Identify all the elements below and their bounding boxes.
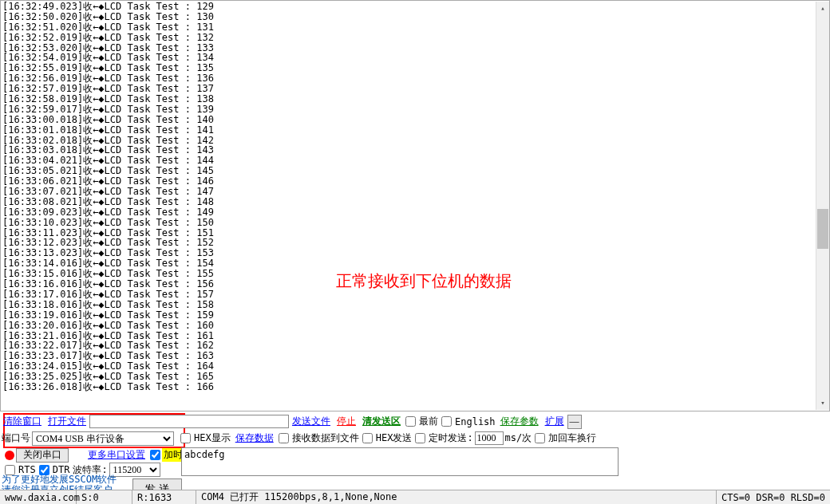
interval-unit-label: ms/次 — [504, 431, 534, 445]
log-line: [16:33:18.016]收←◆LCD Task Test : 158 — [2, 300, 828, 310]
add-crlf-checkbox[interactable] — [535, 433, 545, 443]
recv-to-file-label: 接收数据到文件 — [290, 431, 361, 445]
log-line: [16:33:00.018]收←◆LCD Task Test : 140 — [2, 115, 828, 125]
interval-input[interactable] — [475, 431, 504, 445]
log-line: [16:32:50.020]收←◆LCD Task Test : 130 — [2, 12, 828, 22]
stop-button[interactable]: 停止 — [334, 414, 359, 429]
log-line: [16:33:10.023]收←◆LCD Task Test : 150 — [2, 218, 828, 228]
timestamp-checkbox[interactable] — [150, 450, 160, 460]
hex-show-checkbox[interactable] — [180, 433, 191, 443]
log-line: [16:33:20.016]收←◆LCD Task Test : 160 — [2, 321, 828, 331]
send-file-button[interactable]: 发送文件 — [289, 414, 334, 429]
clear-send-button[interactable]: 清发送区 — [359, 414, 404, 429]
scrollbar-vertical[interactable]: ▴ ▾ — [816, 2, 829, 410]
english-label: English — [453, 416, 497, 427]
open-file-button[interactable]: 打开文件 — [45, 414, 89, 429]
log-line: [16:33:26.018]收←◆LCD Task Test : 166 — [2, 382, 828, 392]
log-line: [16:33:07.021]收←◆LCD Task Test : 147 — [2, 187, 828, 197]
status-sent: S:0 — [77, 490, 132, 504]
log-line: [16:33:08.021]收←◆LCD Task Test : 148 — [2, 197, 828, 207]
port-select[interactable]: COM4 USB 串行设备 — [32, 431, 174, 446]
toolbar-row-2: 端口号 COM4 USB 串行设备 HEX显示 保存数据 接收数据到文件 HEX… — [0, 431, 830, 446]
baud-select[interactable]: 115200 — [109, 463, 160, 477]
scroll-up-icon[interactable]: ▴ — [816, 2, 829, 15]
expand-button[interactable]: 扩展 — [542, 414, 567, 429]
status-bar: www.daxia.com S:0 R:1633 COM4 已打开 115200… — [0, 490, 830, 504]
timed-send-checkbox[interactable] — [415, 433, 425, 443]
close-port-button[interactable]: 关闭串口 — [16, 448, 69, 463]
hex-send-label: HEX发送 — [374, 431, 414, 445]
status-url[interactable]: www.daxia.com — [0, 490, 77, 504]
timed-send-label: 定时发送: — [427, 431, 474, 445]
topmost-checkbox[interactable] — [405, 416, 416, 427]
log-line: [16:32:52.019]收←◆LCD Task Test : 132 — [2, 33, 828, 43]
scroll-thumb[interactable] — [817, 209, 828, 249]
english-checkbox[interactable] — [441, 416, 452, 427]
toolbar-row-1: 清除窗口 打开文件 发送文件 停止 清发送区 最前 English 保存参数 扩… — [0, 414, 830, 429]
scroll-down-icon[interactable]: ▾ — [816, 396, 829, 410]
port-status-icon — [5, 451, 14, 460]
hex-send-checkbox[interactable] — [362, 433, 373, 443]
log-line: [16:32:49.023]收←◆LCD Task Test : 129 — [2, 2, 828, 12]
log-line: [16:33:01.018]收←◆LCD Task Test : 141 — [2, 125, 828, 136]
log-line: [16:33:19.016]收←◆LCD Task Test : 159 — [2, 310, 828, 321]
log-line: [16:32:58.019]收←◆LCD Task Test : 138 — [2, 94, 828, 104]
hex-show-label: HEX显示 — [192, 431, 232, 445]
annotation-text: 正常接收到下位机的数据 — [336, 270, 512, 292]
send-text-input[interactable] — [181, 447, 619, 476]
add-crlf-label: 加回车换行 — [547, 431, 598, 445]
status-port: COM4 已打开 115200bps,8,1,None,None — [196, 490, 717, 504]
topmost-label: 最前 — [417, 415, 440, 428]
status-received: R:1633 — [132, 490, 196, 504]
save-data-button[interactable]: 保存数据 — [232, 431, 277, 446]
port-label: 端口号 — [0, 431, 32, 445]
save-params-button[interactable]: 保存参数 — [497, 414, 542, 429]
more-settings-button[interactable]: 更多串口设置 — [85, 447, 148, 463]
minimize-button[interactable]: — — [567, 415, 582, 429]
file-path-input[interactable] — [89, 415, 289, 428]
recv-to-file-checkbox[interactable] — [279, 433, 289, 443]
log-line: [16:32:59.017]收←◆LCD Task Test : 139 — [2, 104, 828, 115]
log-area[interactable]: [16:32:49.023]收←◆LCD Task Test : 129[16:… — [0, 0, 830, 411]
log-line: [16:32:51.020]收←◆LCD Task Test : 131 — [2, 22, 828, 33]
status-signals: CTS=0 DSR=0 RLSD=0 — [717, 490, 830, 504]
log-line: [16:33:09.023]收←◆LCD Task Test : 149 — [2, 207, 828, 218]
clear-window-button[interactable]: 清除窗口 — [0, 414, 45, 429]
